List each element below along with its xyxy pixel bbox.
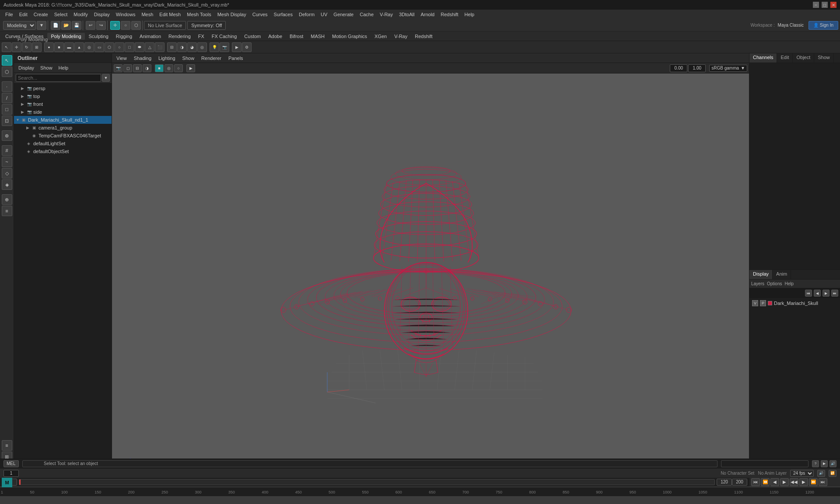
outliner-item[interactable]: ◈defaultObjectSet	[14, 147, 112, 155]
layer-color-swatch[interactable]	[768, 301, 772, 305]
layer-playback-checkbox[interactable]: P	[760, 300, 766, 306]
smooth-icon[interactable]: ◑	[177, 42, 187, 52]
vp-light-btn[interactable]: ○	[174, 64, 183, 72]
layer-sub-tab-help[interactable]: Help	[784, 281, 794, 286]
layer-last-btn[interactable]: ⏭	[831, 290, 838, 297]
layer-tab-display[interactable]: Display	[749, 270, 773, 279]
help-btn[interactable]: ?	[812, 460, 819, 467]
menu-item-file[interactable]: File	[3, 11, 16, 18]
open-file-btn[interactable]: 📂	[61, 21, 71, 30]
outliner-expand-icon[interactable]: ▶	[21, 94, 25, 98]
layer-tab-anim[interactable]: Anim	[773, 270, 791, 279]
undo-btn[interactable]: ↩	[86, 21, 95, 30]
cone-tool-icon[interactable]: ▲	[74, 42, 84, 52]
new-file-btn[interactable]: 📄	[51, 21, 60, 30]
layer-prev-btn[interactable]: ◀	[814, 290, 821, 297]
menu-item-deform[interactable]: Deform	[296, 11, 317, 18]
module-tab-sculpting[interactable]: Sculpting	[85, 33, 112, 40]
cylinder-tool-icon[interactable]: ▬	[64, 42, 74, 52]
layer-sub-tab-options[interactable]: Options	[767, 281, 782, 286]
vp-wireframe-btn[interactable]: ⊟	[133, 64, 142, 72]
module-tab-poly-modeling[interactable]: Poly Modeling	[47, 33, 84, 40]
menu-item-3dtoall[interactable]: 3DtoAll	[396, 11, 417, 18]
shade-icon[interactable]: ◕	[187, 42, 197, 52]
module-tab-custom[interactable]: Custom	[241, 33, 264, 40]
menu-item-mesh-tools[interactable]: Mesh Tools	[184, 11, 214, 18]
script-btn[interactable]: ▶	[821, 460, 828, 467]
snap-surface-btn[interactable]: ◈	[2, 179, 12, 190]
snap-point-btn[interactable]: ◇	[2, 168, 12, 178]
module-tab-adobe[interactable]: Adobe	[265, 33, 286, 40]
prev-frame-btn[interactable]: ⏪	[761, 478, 770, 486]
edge-mode-btn[interactable]: /	[2, 93, 12, 103]
outliner-menu-show[interactable]: Show	[38, 64, 55, 71]
outliner-menu-help[interactable]: Help	[56, 64, 71, 71]
nurbs-cone-icon[interactable]: △	[145, 42, 154, 52]
search-options-btn[interactable]: ▼	[102, 74, 110, 82]
layer-panel-btn[interactable]: ≡	[2, 440, 12, 451]
command-line[interactable]	[22, 460, 718, 467]
next-key-btn[interactable]: ▶	[799, 478, 808, 486]
menu-item-mesh-display[interactable]: Mesh Display	[215, 11, 249, 18]
snap-grid-btn[interactable]: #	[2, 145, 12, 156]
save-file-btn[interactable]: 💾	[72, 21, 81, 30]
menu-item-windows[interactable]: Windows	[113, 11, 138, 18]
menu-item-uv[interactable]: UV	[318, 11, 330, 18]
uv-mode-btn[interactable]: ⊡	[2, 116, 12, 126]
layer-visible-checkbox[interactable]: V	[752, 300, 758, 306]
layer-sub-tab-layers[interactable]: Layers	[751, 281, 764, 286]
search-input[interactable]	[16, 74, 101, 82]
menu-item-generate[interactable]: Generate	[331, 11, 356, 18]
fps-select[interactable]: 24 fps 30 fps 60 fps	[790, 470, 814, 477]
subdiv-tool-icon[interactable]: ⬡	[105, 42, 114, 52]
rotate-tool-icon[interactable]: ↻	[22, 42, 32, 52]
module-tab-bifrost[interactable]: Bifrost	[286, 33, 307, 40]
channel-tab-object[interactable]: Object	[793, 53, 814, 63]
viewport-menu-shading[interactable]: Shading	[131, 55, 154, 62]
layer-next-btn[interactable]: ▶	[822, 290, 830, 297]
live-surface-btn[interactable]: No Live Surface	[144, 21, 186, 30]
menu-item-select[interactable]: Select	[52, 11, 70, 18]
module-tab-mash[interactable]: MASH	[307, 33, 328, 40]
texture-icon[interactable]: ◎	[197, 42, 207, 52]
vp-shade-btn[interactable]: ■	[155, 64, 164, 72]
prev-key-btn[interactable]: ◀	[770, 478, 779, 486]
viewport[interactable]: ViewShadingLightingShowRendererPanels 📷 …	[112, 53, 749, 486]
nurbs-sphere-icon[interactable]: ○	[115, 42, 124, 52]
outliner-expand-icon[interactable]: ▼	[16, 118, 20, 122]
module-tab-animation[interactable]: Animation	[136, 33, 164, 40]
mute-btn[interactable]: 🔊	[830, 460, 836, 467]
menu-item-v-ray[interactable]: V-Ray	[377, 11, 396, 18]
outliner-item[interactable]: ◈defaultLightSet	[14, 140, 112, 147]
outliner-item[interactable]: ▶▣camera1_group	[14, 124, 112, 132]
vp-play-btn[interactable]: ▶	[186, 64, 195, 72]
menu-item-redshift[interactable]: Redshift	[438, 11, 461, 18]
outliner-item[interactable]: ▶📷side	[14, 108, 112, 116]
close-button[interactable]: ✕	[830, 2, 836, 8]
soft-select-btn[interactable]: ⊛	[2, 130, 12, 141]
cube-tool-icon[interactable]: ■	[54, 42, 64, 52]
move-tool-icon[interactable]: ✛	[12, 42, 21, 52]
lasso-btn[interactable]: ○	[121, 21, 130, 30]
paint-btn[interactable]: ⬡	[131, 21, 141, 30]
vp-texture-btn[interactable]: ◎	[164, 64, 173, 72]
channel-tab-show[interactable]: Show	[814, 53, 834, 63]
outliner-expand-icon[interactable]: ▶	[26, 126, 31, 130]
channel-tab-edit[interactable]: Edit	[777, 53, 793, 63]
module-tab-fx[interactable]: FX	[195, 33, 208, 40]
maximize-button[interactable]: □	[822, 2, 828, 8]
menu-item-surfaces[interactable]: Surfaces	[271, 11, 295, 18]
vertex-mode-btn[interactable]: ·	[2, 81, 12, 92]
sphere-tool-icon[interactable]: ●	[44, 42, 54, 52]
redo-btn[interactable]: ↪	[96, 21, 106, 30]
outliner-expand-icon[interactable]: ▶	[21, 110, 25, 114]
render-icon[interactable]: ▶	[232, 42, 242, 52]
minimize-button[interactable]: −	[813, 2, 819, 8]
menu-item-edit[interactable]: Edit	[17, 11, 30, 18]
goto-start-btn[interactable]: ⏮	[751, 478, 760, 486]
outliner-item[interactable]: ◉TempCamFBXASC046Target	[14, 132, 112, 140]
menu-item-mesh[interactable]: Mesh	[139, 11, 156, 18]
channel-tab-channels[interactable]: Channels	[749, 53, 777, 63]
goto-end-btn[interactable]: ⏭	[819, 478, 827, 486]
menu-item-create[interactable]: Create	[31, 11, 51, 18]
